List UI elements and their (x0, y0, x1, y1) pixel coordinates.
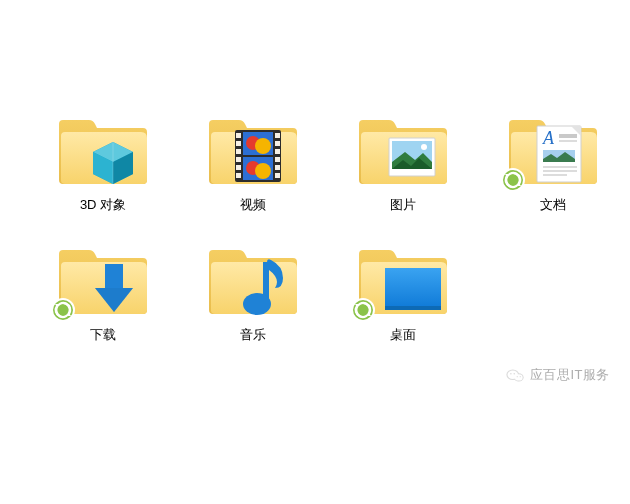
folder-item-downloads[interactable]: 下载 (28, 242, 178, 372)
folder-icon-pictures (355, 114, 451, 190)
svg-rect-37 (543, 170, 577, 172)
svg-rect-23 (236, 173, 241, 178)
svg-rect-15 (236, 141, 241, 146)
svg-rect-24 (275, 173, 280, 178)
folder-icon-videos (205, 114, 301, 190)
svg-text:A: A (542, 128, 555, 148)
svg-rect-19 (236, 157, 241, 162)
svg-point-54 (520, 376, 521, 377)
folder-label: 视频 (240, 196, 266, 214)
folder-item-pictures[interactable]: 图片 (328, 112, 478, 242)
svg-rect-39 (105, 264, 123, 290)
watermark-text: 应百思IT服务 (530, 366, 610, 384)
folder-label: 3D 对象 (80, 196, 126, 214)
svg-rect-21 (236, 165, 241, 170)
svg-rect-16 (275, 141, 280, 146)
folder-icon-documents: A (505, 114, 601, 190)
svg-point-53 (517, 376, 518, 377)
svg-rect-45 (385, 268, 441, 310)
folder-icon-downloads (55, 244, 151, 320)
folder-label: 桌面 (390, 326, 416, 344)
svg-rect-20 (275, 157, 280, 162)
folder-item-desktop[interactable]: 桌面 (328, 242, 478, 372)
svg-point-29 (421, 144, 427, 150)
svg-point-9 (255, 138, 271, 154)
folder-grid: 3D 对象 (0, 0, 630, 372)
svg-rect-14 (275, 133, 280, 138)
svg-rect-38 (543, 174, 567, 176)
wechat-icon (506, 368, 524, 383)
folder-icon-music (205, 244, 301, 320)
folder-label: 下载 (90, 326, 116, 344)
svg-point-50 (507, 370, 518, 378)
sync-icon (501, 168, 525, 192)
folder-item-3d-objects[interactable]: 3D 对象 (28, 112, 178, 242)
watermark: 应百思IT服务 (506, 366, 610, 384)
svg-point-51 (510, 372, 512, 374)
svg-point-43 (243, 293, 271, 315)
svg-rect-33 (559, 140, 577, 142)
svg-rect-18 (275, 149, 280, 154)
folder-item-music[interactable]: 音乐 (178, 242, 328, 372)
folder-item-videos[interactable]: 视频 (178, 112, 328, 242)
folder-label: 图片 (390, 196, 416, 214)
svg-rect-32 (559, 134, 577, 138)
svg-rect-17 (236, 149, 241, 154)
folder-label: 文档 (540, 196, 566, 214)
svg-rect-13 (236, 133, 241, 138)
folder-item-documents[interactable]: A 文档 (478, 112, 628, 242)
svg-point-12 (255, 163, 271, 179)
folder-label: 音乐 (240, 326, 266, 344)
sync-icon (51, 298, 75, 322)
sync-icon (351, 298, 375, 322)
folder-icon-desktop (355, 244, 451, 320)
svg-rect-22 (275, 165, 280, 170)
svg-rect-36 (543, 166, 577, 168)
svg-point-52 (513, 372, 515, 374)
svg-rect-46 (385, 306, 441, 310)
folder-icon-3d-objects (55, 114, 151, 190)
